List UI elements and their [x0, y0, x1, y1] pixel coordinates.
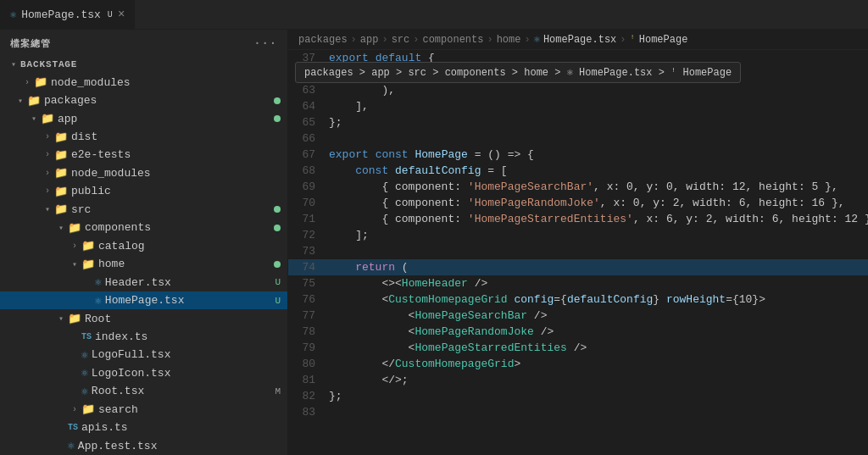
folder-icon: 📁: [54, 148, 68, 162]
chevron-down-icon: ▾: [68, 259, 81, 269]
modified-dot: [274, 115, 281, 122]
sidebar-more-icon[interactable]: ···: [253, 36, 277, 50]
sidebar-item-src[interactable]: ▾ 📁 src: [0, 201, 287, 219]
line-num: 63: [288, 82, 329, 98]
line-content: const defaultConfig = [: [329, 163, 868, 179]
sidebar-item-components[interactable]: ▾ 📁 components: [0, 219, 287, 236]
chevron-down-icon: ▾: [27, 114, 41, 124]
folder-icon: 📁: [41, 112, 54, 125]
sidebar-header: 檔案總管 ···: [0, 30, 287, 55]
chevron-down-icon: ▾: [54, 223, 68, 233]
line-num: 73: [288, 243, 329, 259]
modified-dot: [274, 97, 281, 104]
code-line-37: 37 export default {: [288, 50, 868, 66]
sidebar-item-dist[interactable]: › 📁 dist: [0, 128, 287, 146]
sidebar-item-homepage-tsx[interactable]: › ⚛ HomePage.tsx U: [0, 291, 287, 309]
line-content: decorators: [: [329, 66, 868, 82]
code-line-80: 80 </CustomHomepageGrid>: [288, 356, 868, 372]
search-label: search: [98, 403, 287, 416]
tsx-icon: ⚛: [10, 8, 16, 21]
sidebar-item-logoicon-tsx[interactable]: › ⚛ LogoIcon.tsx: [0, 364, 287, 382]
sidebar-item-e2e-tests[interactable]: › 📁 e2e-tests: [0, 146, 287, 164]
code-container[interactable]: 37 export default { 39 decorators: [ 63 …: [288, 50, 868, 455]
line-content: return (: [329, 259, 868, 275]
tab-homepage[interactable]: ⚛ HomePage.tsx U ×: [0, 0, 136, 29]
sidebar-item-home[interactable]: ▾ 📁 home: [0, 255, 287, 273]
app-test-tsx-label: App.test.tsx: [78, 440, 287, 452]
chevron-down-icon: ▾: [41, 204, 54, 214]
tab-bar: ⚛ HomePage.tsx U ×: [0, 0, 868, 30]
sidebar-item-search[interactable]: › 📁 search: [0, 401, 287, 419]
public-label: public: [71, 185, 287, 197]
badge-u: U: [275, 277, 281, 287]
folder-icon: 📁: [34, 75, 47, 89]
packages-label: packages: [44, 94, 274, 107]
app-label: app: [58, 113, 274, 125]
breadcrumb-packages: packages: [298, 34, 348, 46]
line-num: 66: [288, 130, 329, 147]
home-label: home: [98, 258, 274, 270]
tsx-icon: ⚛: [95, 275, 102, 289]
sidebar-item-catalog[interactable]: › 📁 catalog: [0, 237, 287, 255]
code-line-77: 77 <HomePageSearchBar />: [288, 308, 868, 324]
line-content: ),: [329, 82, 868, 98]
sidebar-item-root[interactable]: ▾ 📁 Root: [0, 309, 287, 327]
line-num: 64: [288, 98, 329, 114]
line-content: <HomePageSearchBar />: [329, 308, 868, 324]
tsx-icon: ⚛: [68, 439, 75, 452]
line-num: 76: [288, 291, 329, 308]
sidebar-item-index-ts[interactable]: › TS index.ts: [0, 328, 287, 346]
line-content: <HomePageRandomJoke />: [329, 324, 868, 340]
sidebar-item-public[interactable]: › 📁 public: [0, 182, 287, 200]
logofull-tsx-label: LogoFull.tsx: [92, 348, 287, 361]
sidebar-item-app-test-tsx[interactable]: › ⚛ App.test.tsx: [0, 437, 287, 455]
backstage-label: BACKSTAGE: [20, 59, 287, 69]
homepage-tsx-label: HomePage.tsx: [105, 294, 275, 307]
breadcrumb: packages › app › src › components › home…: [288, 30, 868, 50]
editor-area: packages › app › src › components › home…: [288, 30, 868, 455]
ts-icon: TS: [68, 423, 78, 432]
sidebar-item-node-modules-top[interactable]: › 📁 node_modules: [0, 73, 287, 91]
sidebar-item-packages[interactable]: ▾ 📁 packages: [0, 92, 287, 109]
breadcrumb-sep: ›: [413, 34, 419, 46]
line-content: <HomePageStarredEntities />: [329, 340, 868, 356]
breadcrumb-file-icon: ⚛: [534, 33, 540, 46]
line-num: 72: [288, 227, 329, 243]
code-line-83: 83: [288, 404, 868, 420]
line-num: 68: [288, 163, 329, 179]
line-num: 70: [288, 195, 329, 211]
code-line-64: 64 ],: [288, 98, 868, 114]
code-line-79: 79 <HomePageStarredEntities />: [288, 340, 868, 356]
breadcrumb-sep: ›: [524, 34, 530, 46]
backstage-root[interactable]: ▾ BACKSTAGE: [0, 55, 287, 73]
sidebar-item-node-modules-2[interactable]: › 📁 node_modules: [0, 164, 287, 182]
breadcrumb-filename: HomePage.tsx: [543, 34, 616, 46]
breadcrumb-sep: ›: [381, 34, 387, 46]
sidebar-item-header-tsx[interactable]: › ⚛ Header.tsx U: [0, 273, 287, 291]
line-content: </>;: [329, 372, 868, 388]
line-num: 75: [288, 275, 329, 291]
sidebar-item-app[interactable]: ▾ 📁 app: [0, 109, 287, 127]
line-num: 74: [288, 259, 329, 275]
ts-icon: TS: [81, 332, 92, 341]
line-num: 80: [288, 356, 329, 372]
badge-m: M: [275, 386, 281, 397]
src-label: src: [71, 203, 274, 216]
chevron-right-icon: ›: [41, 186, 54, 196]
folder-icon: 📁: [54, 130, 68, 144]
header-tsx-label: Header.tsx: [105, 276, 275, 289]
chevron-down-icon: ▾: [14, 96, 27, 106]
code-line-74: 74 return (: [288, 259, 868, 275]
sidebar-item-root-tsx[interactable]: › ⚛ Root.tsx M: [0, 382, 287, 400]
tab-modified-badge: U: [108, 10, 113, 19]
sidebar-item-apis-ts[interactable]: › TS apis.ts: [0, 419, 287, 436]
code-line-72: 72 ];: [288, 227, 868, 243]
line-num: 77: [288, 308, 329, 324]
tab-close-button[interactable]: ×: [118, 8, 125, 21]
folder-icon: 📁: [81, 258, 95, 271]
line-content: { component: 'HomePageStarredEntities', …: [329, 211, 868, 227]
code-line-76: 76 <CustomHomepageGrid config={defaultCo…: [288, 291, 868, 308]
line-content: export const HomePage = () => {: [329, 147, 868, 163]
sidebar-item-logofull-tsx[interactable]: › ⚛ LogoFull.tsx: [0, 346, 287, 363]
chevron-right-icon: ›: [41, 150, 54, 159]
